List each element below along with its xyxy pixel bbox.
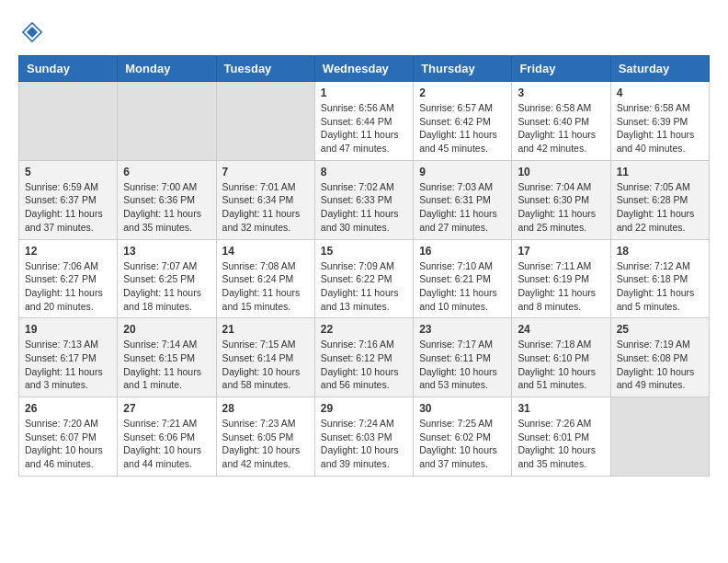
day-info: Sunrise: 7:13 AM Sunset: 6:17 PM Dayligh… — [25, 338, 111, 392]
day-info: Sunrise: 7:10 AM Sunset: 6:21 PM Dayligh… — [419, 259, 506, 314]
day-number: 12 — [25, 245, 111, 258]
calendar-cell: 10Sunrise: 7:04 AM Sunset: 6:30 PM Dayli… — [512, 160, 610, 239]
day-number: 15 — [321, 245, 407, 258]
day-info: Sunrise: 7:06 AM Sunset: 6:27 PM Dayligh… — [25, 259, 111, 314]
calendar-cell: 2Sunrise: 6:57 AM Sunset: 6:42 PM Daylig… — [414, 82, 512, 161]
day-info: Sunrise: 7:08 AM Sunset: 6:24 PM Dayligh… — [222, 259, 309, 314]
day-info: Sunrise: 7:01 AM Sunset: 6:34 PM Dayligh… — [222, 180, 309, 235]
calendar-cell: 28Sunrise: 7:23 AM Sunset: 6:05 PM Dayli… — [216, 397, 314, 477]
day-info: Sunrise: 7:05 AM Sunset: 6:28 PM Dayligh… — [617, 180, 703, 235]
day-number: 10 — [518, 166, 604, 178]
day-number: 16 — [419, 245, 506, 258]
calendar-cell: 17Sunrise: 7:11 AM Sunset: 6:19 PM Dayli… — [512, 239, 610, 318]
calendar-week-1: 1Sunrise: 6:56 AM Sunset: 6:44 PM Daylig… — [19, 82, 710, 161]
calendar-cell: 15Sunrise: 7:09 AM Sunset: 6:22 PM Dayli… — [314, 239, 413, 318]
day-info: Sunrise: 6:56 AM Sunset: 6:44 PM Dayligh… — [321, 101, 407, 155]
calendar-cell: 7Sunrise: 7:01 AM Sunset: 6:34 PM Daylig… — [216, 160, 314, 239]
calendar-week-4: 19Sunrise: 7:13 AM Sunset: 6:17 PM Dayli… — [19, 318, 710, 397]
calendar-cell: 19Sunrise: 7:13 AM Sunset: 6:17 PM Dayli… — [19, 318, 118, 397]
calendar-cell: 4Sunrise: 6:58 AM Sunset: 6:39 PM Daylig… — [610, 82, 709, 161]
calendar-cell: 1Sunrise: 6:56 AM Sunset: 6:44 PM Daylig… — [314, 82, 413, 161]
calendar-cell: 12Sunrise: 7:06 AM Sunset: 6:27 PM Dayli… — [19, 239, 118, 318]
day-number: 13 — [123, 245, 210, 258]
calendar-table: SundayMondayTuesdayWednesdayThursdayFrid… — [18, 55, 710, 477]
calendar-cell: 31Sunrise: 7:26 AM Sunset: 6:01 PM Dayli… — [512, 397, 610, 477]
calendar-cell: 3Sunrise: 6:58 AM Sunset: 6:40 PM Daylig… — [512, 82, 610, 161]
day-number: 9 — [419, 166, 506, 178]
day-number: 30 — [419, 402, 506, 415]
day-info: Sunrise: 7:23 AM Sunset: 6:05 PM Dayligh… — [222, 417, 309, 471]
day-info: Sunrise: 7:03 AM Sunset: 6:31 PM Dayligh… — [419, 180, 506, 235]
day-number: 28 — [222, 402, 309, 415]
day-info: Sunrise: 6:59 AM Sunset: 6:37 PM Dayligh… — [25, 180, 111, 235]
calendar-cell: 20Sunrise: 7:14 AM Sunset: 6:15 PM Dayli… — [118, 318, 216, 397]
weekday-header-wednesday: Wednesday — [314, 56, 413, 82]
day-number: 6 — [123, 166, 210, 178]
day-number: 22 — [321, 323, 407, 336]
logo-icon — [18, 18, 46, 46]
day-number: 4 — [617, 86, 703, 99]
calendar-cell: 30Sunrise: 7:25 AM Sunset: 6:02 PM Dayli… — [414, 397, 512, 477]
calendar-cell: 24Sunrise: 7:18 AM Sunset: 6:10 PM Dayli… — [512, 318, 610, 397]
day-number: 2 — [419, 86, 506, 99]
day-info: Sunrise: 7:02 AM Sunset: 6:33 PM Dayligh… — [321, 180, 407, 235]
calendar-cell — [19, 82, 118, 161]
weekday-header-row: SundayMondayTuesdayWednesdayThursdayFrid… — [19, 56, 710, 82]
day-info: Sunrise: 6:58 AM Sunset: 6:40 PM Dayligh… — [518, 101, 604, 155]
calendar-cell: 27Sunrise: 7:21 AM Sunset: 6:06 PM Dayli… — [118, 397, 216, 477]
weekday-header-tuesday: Tuesday — [216, 56, 314, 82]
calendar-cell: 23Sunrise: 7:17 AM Sunset: 6:11 PM Dayli… — [414, 318, 512, 397]
day-number: 25 — [617, 323, 703, 336]
page-header — [18, 18, 710, 46]
day-info: Sunrise: 7:18 AM Sunset: 6:10 PM Dayligh… — [518, 338, 604, 392]
day-info: Sunrise: 7:17 AM Sunset: 6:11 PM Dayligh… — [419, 338, 506, 392]
calendar-cell: 6Sunrise: 7:00 AM Sunset: 6:36 PM Daylig… — [118, 160, 216, 239]
calendar-cell: 18Sunrise: 7:12 AM Sunset: 6:18 PM Dayli… — [610, 239, 709, 318]
weekday-header-thursday: Thursday — [414, 56, 512, 82]
calendar-cell: 25Sunrise: 7:19 AM Sunset: 6:08 PM Dayli… — [610, 318, 709, 397]
calendar-week-5: 26Sunrise: 7:20 AM Sunset: 6:07 PM Dayli… — [19, 397, 710, 477]
day-info: Sunrise: 7:16 AM Sunset: 6:12 PM Dayligh… — [321, 338, 407, 392]
day-info: Sunrise: 7:11 AM Sunset: 6:19 PM Dayligh… — [518, 259, 604, 314]
day-number: 19 — [25, 323, 111, 336]
day-info: Sunrise: 7:24 AM Sunset: 6:03 PM Dayligh… — [321, 417, 407, 471]
day-number: 20 — [123, 323, 210, 336]
day-info: Sunrise: 7:00 AM Sunset: 6:36 PM Dayligh… — [123, 180, 210, 235]
calendar-week-2: 5Sunrise: 6:59 AM Sunset: 6:37 PM Daylig… — [19, 160, 710, 239]
day-number: 29 — [321, 402, 407, 415]
day-number: 14 — [222, 245, 309, 258]
day-number: 7 — [222, 166, 309, 178]
calendar-cell: 13Sunrise: 7:07 AM Sunset: 6:25 PM Dayli… — [118, 239, 216, 318]
day-number: 3 — [518, 86, 604, 99]
day-info: Sunrise: 7:14 AM Sunset: 6:15 PM Dayligh… — [123, 338, 210, 392]
calendar-cell: 14Sunrise: 7:08 AM Sunset: 6:24 PM Dayli… — [216, 239, 314, 318]
day-number: 23 — [419, 323, 506, 336]
weekday-header-sunday: Sunday — [19, 56, 118, 82]
calendar-cell: 5Sunrise: 6:59 AM Sunset: 6:37 PM Daylig… — [19, 160, 118, 239]
calendar-cell: 9Sunrise: 7:03 AM Sunset: 6:31 PM Daylig… — [414, 160, 512, 239]
day-info: Sunrise: 7:09 AM Sunset: 6:22 PM Dayligh… — [321, 259, 407, 314]
day-info: Sunrise: 7:15 AM Sunset: 6:14 PM Dayligh… — [222, 338, 309, 392]
calendar-cell: 29Sunrise: 7:24 AM Sunset: 6:03 PM Dayli… — [314, 397, 413, 477]
day-number: 17 — [518, 245, 604, 258]
calendar-cell: 11Sunrise: 7:05 AM Sunset: 6:28 PM Dayli… — [610, 160, 709, 239]
day-number: 31 — [518, 402, 604, 415]
weekday-header-monday: Monday — [118, 56, 216, 82]
weekday-header-saturday: Saturday — [610, 56, 709, 82]
calendar-week-3: 12Sunrise: 7:06 AM Sunset: 6:27 PM Dayli… — [19, 239, 710, 318]
day-info: Sunrise: 7:26 AM Sunset: 6:01 PM Dayligh… — [518, 417, 604, 471]
day-info: Sunrise: 7:25 AM Sunset: 6:02 PM Dayligh… — [419, 417, 506, 471]
calendar-cell: 26Sunrise: 7:20 AM Sunset: 6:07 PM Dayli… — [19, 397, 118, 477]
calendar-cell: 21Sunrise: 7:15 AM Sunset: 6:14 PM Dayli… — [216, 318, 314, 397]
calendar-cell — [610, 397, 709, 477]
day-number: 1 — [321, 86, 407, 99]
day-info: Sunrise: 6:57 AM Sunset: 6:42 PM Dayligh… — [419, 101, 506, 155]
logo — [18, 18, 51, 46]
calendar-cell: 8Sunrise: 7:02 AM Sunset: 6:33 PM Daylig… — [314, 160, 413, 239]
day-number: 8 — [321, 166, 407, 178]
day-info: Sunrise: 7:20 AM Sunset: 6:07 PM Dayligh… — [25, 417, 111, 471]
calendar-cell: 22Sunrise: 7:16 AM Sunset: 6:12 PM Dayli… — [314, 318, 413, 397]
day-info: Sunrise: 7:12 AM Sunset: 6:18 PM Dayligh… — [617, 259, 703, 314]
day-info: Sunrise: 6:58 AM Sunset: 6:39 PM Dayligh… — [617, 101, 703, 155]
day-number: 21 — [222, 323, 309, 336]
